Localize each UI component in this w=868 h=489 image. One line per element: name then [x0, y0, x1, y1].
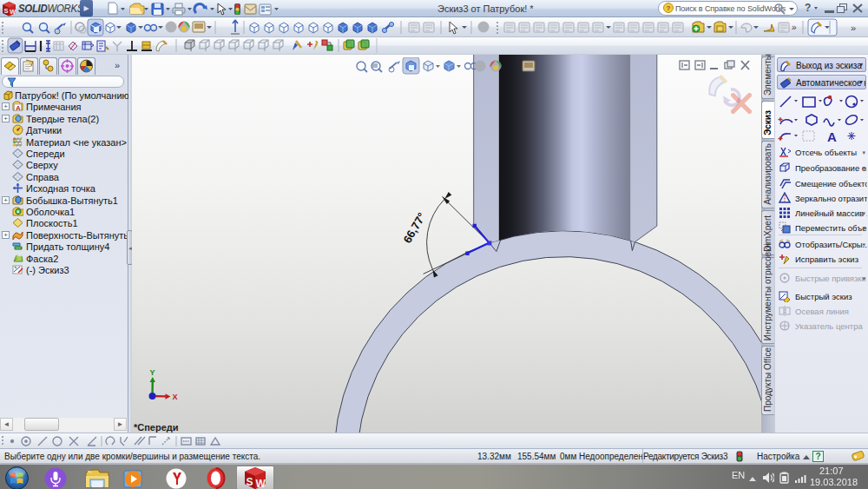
svg-text:А: А [827, 129, 837, 143]
svg-text:W: W [256, 478, 266, 489]
svg-text:X: X [173, 393, 178, 401]
svg-text:66,77°: 66,77° [401, 210, 429, 245]
svg-text:W: W [10, 8, 16, 16]
svg-text:S: S [247, 476, 253, 488]
svg-text:?: ? [667, 4, 671, 12]
svg-text:»: » [851, 23, 856, 33]
svg-text:»: » [792, 23, 797, 32]
svg-text:S: S [4, 7, 9, 15]
svg-text:Y: Y [150, 368, 155, 377]
svg-text:?: ? [816, 452, 821, 461]
svg-text:A: A [16, 104, 21, 112]
